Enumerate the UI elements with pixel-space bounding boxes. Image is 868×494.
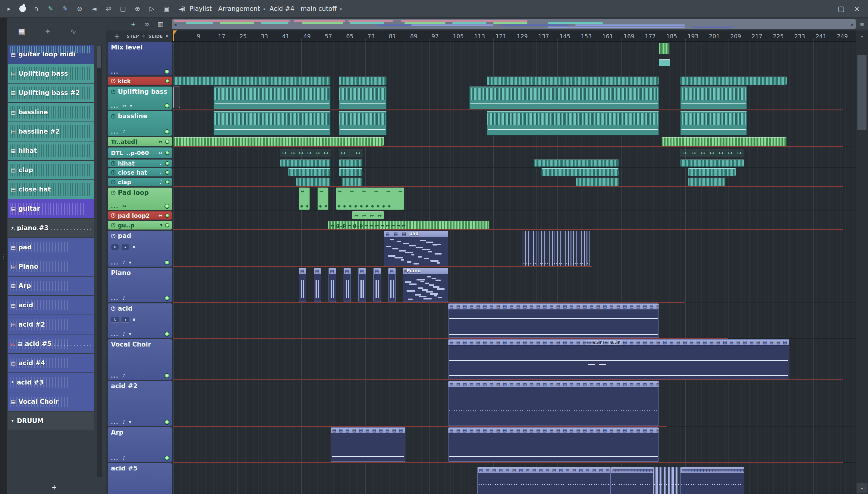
chev-icon[interactable]: ▾: [129, 331, 132, 337]
note-icon[interactable]: ♪: [159, 179, 162, 185]
audio-clip[interactable]: ↦↦↦↦: [352, 211, 384, 219]
track-header[interactable]: Pad loop...↔: [108, 188, 172, 210]
audio-clip[interactable]: [173, 137, 384, 146]
picker-item[interactable]: •piano #3: [8, 218, 94, 238]
note-icon[interactable]: ♪: [159, 160, 162, 166]
audio-clip[interactable]: [339, 87, 387, 110]
piano-view-icon[interactable]: ▥: [158, 20, 163, 28]
audio-clip[interactable]: [688, 178, 726, 186]
pattern-clip[interactable]: [653, 467, 680, 494]
chop-clip[interactable]: ↦↦↦↦↦↦: [280, 149, 331, 157]
swap-icon[interactable]: ↔: [122, 203, 126, 209]
pattern-clip[interactable]: ▤: [314, 268, 321, 302]
mute-led[interactable]: [165, 223, 170, 227]
track-header[interactable]: pad↻◂...♪▾: [108, 231, 172, 267]
minimap-right-chevron-icon[interactable]: ▸: [851, 21, 854, 27]
minimize-button[interactable]: –: [820, 3, 831, 14]
mute-led[interactable]: [164, 204, 170, 209]
picker-add-button[interactable]: +: [52, 483, 57, 492]
picker-item[interactable]: ▤bassline: [8, 103, 94, 121]
note-icon[interactable]: ♪: [122, 260, 125, 265]
layout-grid-icon[interactable]: ▦: [18, 27, 25, 36]
audio-clip[interactable]: [662, 137, 787, 146]
select-tool-icon[interactable]: ▢: [119, 5, 127, 12]
note-icon[interactable]: ♪: [159, 170, 162, 175]
pattern-clip[interactable]: ▤▤▤▤▤▤▤▤▤▤▤▤▤▤▤▤▤▤▤▤▤▤▤▤▤▤▤▤▤▤▤▤▤▤▤▤▤▤▤▤…: [448, 339, 790, 379]
draw-tool-icon[interactable]: ✎: [46, 5, 55, 12]
track-header[interactable]: close hat♪: [108, 168, 172, 176]
track-header[interactable]: Piano...♪: [108, 268, 172, 302]
mute-led[interactable]: [164, 260, 170, 265]
audio-clip[interactable]: [680, 77, 787, 85]
timeline-ruler[interactable]: 9172533414957657381899710511312112913714…: [172, 31, 856, 42]
magnet-icon[interactable]: ∩: [32, 5, 40, 12]
preview-button[interactable]: ◂: [121, 317, 129, 323]
picker-scrollbar[interactable]: [97, 45, 102, 477]
picker-item[interactable]: ▤Uplifting bass #2: [8, 83, 94, 102]
menu-dots[interactable]: ...: [111, 457, 118, 460]
menu-dots[interactable]: ...: [111, 70, 118, 73]
pattern-clip[interactable]: ▤: [358, 268, 366, 302]
menu-dots[interactable]: ...: [111, 332, 118, 336]
picker-item[interactable]: ▤bassline #2: [8, 122, 94, 141]
picker-item[interactable]: ▤acid #2: [8, 315, 94, 334]
pattern-clip[interactable]: ▤: [388, 268, 396, 302]
track-header[interactable]: acid #5...♪: [108, 463, 172, 494]
track-header[interactable]: clap♪: [108, 178, 172, 186]
picker-item[interactable]: ▤Uplifting bass: [8, 64, 94, 83]
audio-clip[interactable]: [173, 77, 331, 85]
mute-led[interactable]: [164, 420, 170, 425]
loop-button[interactable]: ↻: [111, 244, 119, 250]
track-header[interactable]: acid #2...♪▾: [108, 381, 172, 426]
audio-clip[interactable]: [213, 87, 331, 110]
vertical-scrollbar-thumb[interactable]: [857, 55, 867, 130]
picker-item[interactable]: ►▤acid #5: [8, 335, 94, 353]
audio-clip[interactable]: [541, 168, 619, 176]
track-header[interactable]: Arp...♪: [108, 428, 172, 462]
mute-led[interactable]: [165, 162, 170, 166]
swap-icon[interactable]: ↔: [159, 213, 162, 218]
track-header[interactable]: Vocal Choir...♪: [108, 339, 172, 380]
mute-led[interactable]: [165, 213, 170, 218]
track-header[interactable]: acid↻◂...♪▾: [108, 303, 172, 338]
audio-clip[interactable]: [213, 111, 331, 135]
audio-clip[interactable]: [339, 168, 363, 176]
menu-dots[interactable]: ...: [111, 104, 118, 107]
picker-item[interactable]: •DRUUM: [8, 412, 94, 430]
mute-led[interactable]: [164, 296, 170, 301]
audio-clip[interactable]: ↦◆–◆: [299, 188, 310, 210]
mute-led[interactable]: [164, 332, 170, 337]
minimap-scrollbar[interactable]: ◂▸: [172, 19, 856, 29]
track-header[interactable]: DTL_..p-060↔: [108, 148, 172, 158]
audio-clip[interactable]: ↦ g..p ↦ g..p ↦ ↦ ↦ ↦ ↦ ↦ ↦ ↦: [328, 221, 489, 229]
mute-led[interactable]: [165, 140, 170, 144]
swap-icon[interactable]: ↔: [122, 103, 126, 109]
mute-led[interactable]: [165, 180, 170, 184]
audio-clip[interactable]: ↦↦↦↦↦↦◆–◆–◆–◆–◆–◆–◆–◆–◆–◆: [336, 188, 404, 210]
picker-item[interactable]: •acid #3: [8, 373, 94, 392]
audio-clip[interactable]: [341, 178, 363, 186]
play-icon[interactable]: ▸: [5, 5, 13, 12]
menu-dots[interactable]: ...: [111, 297, 118, 300]
pattern-clip[interactable]: ▤Piano: [403, 268, 448, 302]
pattern-clip[interactable]: ▤▤▤pad: [384, 231, 448, 266]
audio-clip[interactable]: [487, 111, 659, 135]
menu-dots[interactable]: ...: [111, 130, 118, 133]
loop-button[interactable]: ↻: [111, 317, 119, 323]
pattern-clip[interactable]: ▤: [373, 268, 381, 302]
chop-clip[interactable]: ↦↦: [339, 149, 363, 157]
picker-item[interactable]: ▤pad: [8, 238, 94, 256]
preview-monitor-icon[interactable]: ▣: [162, 5, 171, 12]
swap-icon[interactable]: ↔: [159, 150, 162, 156]
link-clips-icon[interactable]: ∞: [144, 20, 150, 28]
pattern-clip[interactable]: ▤▤▤▤▤▤▤▤▤▤▤▤: [331, 428, 406, 462]
audio-clip[interactable]: [469, 87, 658, 110]
maximize-button[interactable]: ▢: [835, 3, 847, 14]
audio-clip[interactable]: [339, 77, 387, 85]
chev-icon[interactable]: ▾: [160, 222, 162, 228]
slip-tool-icon[interactable]: ⇄: [104, 5, 113, 12]
menu-dots[interactable]: ...: [111, 374, 118, 377]
pattern-clip[interactable]: ▤▤▤▤▤▤▤▤▤▤▤▤▤▤▤▤▤▤▤▤▤▤▤▤▤▤▤▤▤▤▤▤: [448, 428, 659, 462]
audio-clip[interactable]: [680, 159, 744, 167]
step-mode-toggle[interactable]: [141, 34, 146, 38]
